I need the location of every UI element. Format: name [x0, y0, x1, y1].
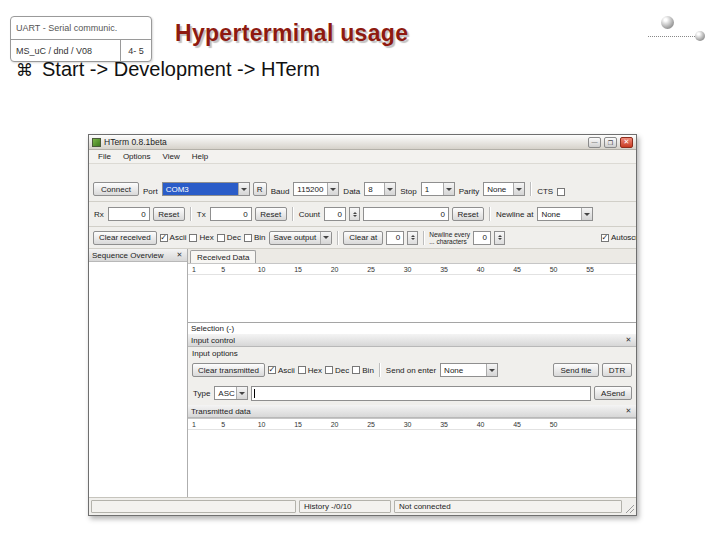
- sequence-overview-panel: Sequence Overview ✕: [89, 249, 188, 497]
- parity-select[interactable]: None: [483, 182, 525, 196]
- sequence-overview-body[interactable]: [89, 262, 187, 497]
- save-output-button[interactable]: Save output: [269, 231, 333, 245]
- received-data-area[interactable]: [188, 275, 636, 322]
- baud-label: Baud: [270, 187, 291, 196]
- chevron-down-icon[interactable]: [513, 183, 524, 195]
- checkbox-checked-icon: [160, 234, 168, 242]
- rx-dec-checkbox[interactable]: Dec: [217, 233, 241, 242]
- menu-options[interactable]: Options: [118, 151, 156, 162]
- clear-at-spinner[interactable]: [407, 231, 418, 245]
- clear-at-button[interactable]: Clear at: [343, 231, 383, 245]
- chevron-down-icon[interactable]: [384, 183, 395, 195]
- chevron-down-icon[interactable]: [486, 364, 497, 376]
- checkbox-checked-icon: [601, 234, 609, 242]
- text-caret: [254, 389, 255, 398]
- minimize-button[interactable]: —: [588, 137, 601, 148]
- input-control-header: Input control ✕: [188, 334, 636, 347]
- stop-value: 1: [422, 183, 443, 195]
- rx-bin-checkbox[interactable]: Bin: [244, 233, 266, 242]
- rescan-button[interactable]: R: [253, 182, 267, 196]
- close-panel-icon[interactable]: ✕: [175, 251, 184, 260]
- newline-every-field[interactable]: 0: [473, 231, 491, 245]
- right-column: Received Data 1510152025303540455055 Sel…: [188, 249, 636, 497]
- connection-toolbar: Connect Port COM3 R Baud 115200 Data 8 S…: [89, 164, 636, 202]
- stop-select[interactable]: 1: [421, 182, 455, 196]
- checkbox-icon: [352, 366, 360, 374]
- send-on-enter-label: Send on enter: [385, 366, 437, 375]
- ruler-mark: 30: [404, 266, 412, 273]
- tx-label: Tx: [196, 210, 207, 219]
- ruler-mark: 45: [513, 266, 521, 273]
- count-spinner[interactable]: [349, 207, 360, 221]
- newline-at-select[interactable]: None: [537, 207, 593, 221]
- ruler-mark: 1: [192, 421, 196, 428]
- newline-every-spinner[interactable]: [494, 231, 505, 245]
- close-button[interactable]: ✕: [620, 137, 633, 148]
- count-value-field: 0: [363, 207, 449, 221]
- maximize-button[interactable]: ❐: [604, 137, 617, 148]
- count-reset-button[interactable]: Reset: [452, 207, 484, 221]
- baud-select[interactable]: 115200: [293, 182, 339, 196]
- receive-toolbar: Clear received Ascii Hex Dec Bin Save ou…: [89, 227, 636, 249]
- status-history: History -/0/10: [299, 500, 391, 513]
- newline-at-label: Newline at: [495, 210, 534, 219]
- cts-label: CTS: [536, 187, 554, 196]
- newline-every-line2: ... characters: [429, 238, 470, 245]
- separator: [337, 231, 338, 245]
- send-on-enter-select[interactable]: None: [440, 363, 498, 377]
- window-titlebar[interactable]: HTerm 0.8.1beta — ❐ ✕: [89, 135, 636, 150]
- transmitted-data-title: Transmitted data: [191, 407, 251, 416]
- menu-help[interactable]: Help: [187, 151, 213, 162]
- tx-ascii-checkbox[interactable]: Ascii: [268, 366, 295, 375]
- chevron-down-icon[interactable]: [443, 183, 454, 195]
- checkbox-icon: [557, 188, 565, 196]
- data-select[interactable]: 8: [364, 182, 396, 196]
- tx-hex-checkbox[interactable]: Hex: [298, 366, 322, 375]
- autoscroll-checkbox[interactable]: Autoscroll: [601, 233, 637, 242]
- type-select[interactable]: ASC: [214, 386, 248, 400]
- connect-button[interactable]: Connect: [93, 182, 139, 196]
- close-panel-icon[interactable]: ✕: [624, 336, 633, 345]
- tx-dec-checkbox[interactable]: Dec: [325, 366, 349, 375]
- rx-hex-checkbox[interactable]: Hex: [189, 233, 213, 242]
- page-title: Hyperterminal usage: [175, 20, 408, 47]
- resize-grip-icon[interactable]: [624, 503, 634, 513]
- count-spin-field[interactable]: 0: [324, 207, 346, 221]
- send-file-button[interactable]: Send file: [553, 363, 599, 377]
- tx-bin-label: Bin: [362, 366, 374, 375]
- ruler-mark: 45: [513, 421, 521, 428]
- separator: [489, 207, 490, 221]
- received-ruler: 1510152025303540455055: [188, 263, 636, 275]
- ruler-mark: 40: [477, 421, 485, 428]
- tx-reset-button[interactable]: Reset: [255, 207, 287, 221]
- menu-file[interactable]: File: [93, 151, 116, 162]
- cts-flow-checkbox[interactable]: [557, 188, 567, 196]
- rx-ascii-checkbox[interactable]: Ascii: [160, 233, 187, 242]
- bullet-text: Start -> Development -> HTerm: [42, 58, 320, 81]
- status-section-empty: [91, 500, 296, 513]
- clear-transmitted-button[interactable]: Clear transmitted: [192, 363, 265, 377]
- dtr-button[interactable]: DTR: [602, 363, 632, 377]
- status-connection: Not connected: [394, 500, 622, 513]
- asend-button[interactable]: ASend: [594, 386, 632, 400]
- chevron-down-icon[interactable]: [320, 232, 331, 244]
- menu-view[interactable]: View: [157, 151, 184, 162]
- clear-received-button[interactable]: Clear received: [93, 231, 157, 245]
- rx-dec-label: Dec: [227, 233, 241, 242]
- transmitted-data-area[interactable]: [188, 430, 636, 497]
- transmit-input[interactable]: [251, 386, 591, 401]
- tx-bin-checkbox[interactable]: Bin: [352, 366, 374, 375]
- ruler-mark: 20: [331, 421, 339, 428]
- chevron-down-icon[interactable]: [327, 183, 338, 195]
- chevron-down-icon[interactable]: [236, 387, 247, 399]
- chevron-down-icon[interactable]: [581, 208, 592, 220]
- close-panel-icon[interactable]: ✕: [624, 407, 633, 416]
- port-select[interactable]: COM3: [162, 182, 250, 196]
- newline-every-label: Newline every ... characters: [429, 231, 470, 245]
- separator: [292, 207, 293, 221]
- tab-received-data[interactable]: Received Data: [190, 250, 256, 263]
- chevron-down-icon[interactable]: [238, 183, 249, 195]
- rx-reset-button[interactable]: Reset: [153, 207, 185, 221]
- clear-at-field[interactable]: 0: [386, 231, 404, 245]
- selection-label: Selection (-): [191, 324, 234, 333]
